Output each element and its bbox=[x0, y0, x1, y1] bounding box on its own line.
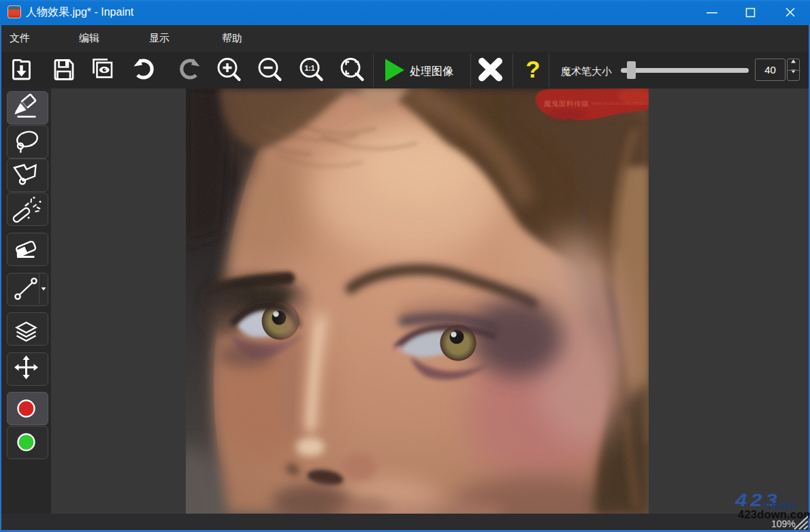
svg-text:魔鬼面料传媒: 魔鬼面料传媒 bbox=[543, 99, 589, 107]
svg-text:1:1: 1:1 bbox=[304, 64, 314, 72]
svg-text:?: ? bbox=[525, 56, 540, 82]
svg-text:www.modown.com.filmstock: www.modown.com.filmstock bbox=[591, 101, 649, 105]
